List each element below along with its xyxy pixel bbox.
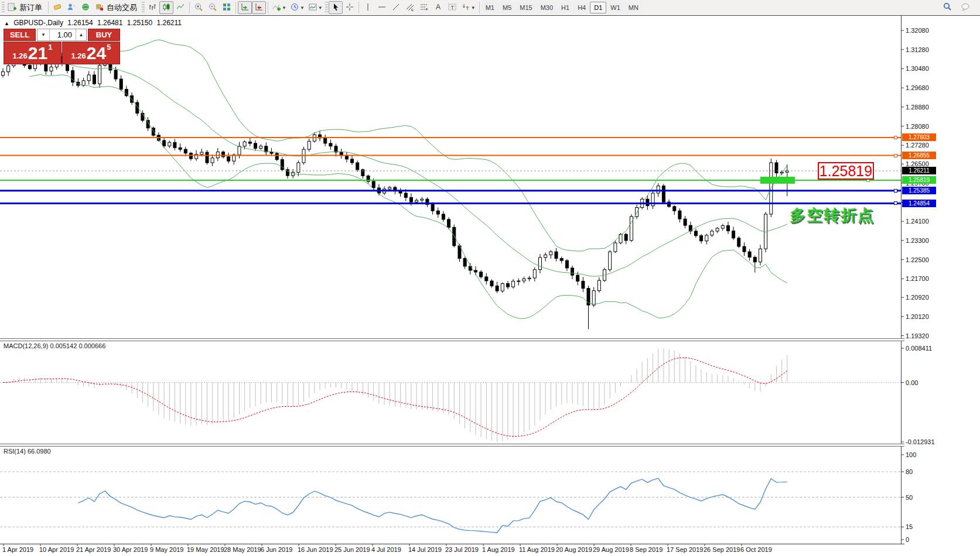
vertical-line-button[interactable]	[361, 1, 375, 14]
candlestick-chart-icon	[162, 2, 171, 13]
time-axis-label: 25 Jun 2019	[334, 546, 370, 553]
timeframe-button-h1[interactable]: H1	[557, 2, 573, 13]
new-order-button[interactable]: 新订单	[5, 1, 46, 14]
volume-value[interactable]: 1.00	[50, 29, 76, 40]
templates-icon	[308, 2, 317, 13]
signals-icon	[67, 2, 76, 13]
search-button[interactable]	[940, 1, 954, 14]
zoom-out-button[interactable]	[206, 1, 220, 14]
time-axis-line[interactable]	[0, 544, 904, 544]
timeframe-button-m1[interactable]: M1	[482, 2, 498, 13]
buy-price-big: 24	[87, 44, 106, 62]
horizontal-line-button[interactable]	[375, 1, 389, 14]
timeframe-button-w1[interactable]: W1	[606, 2, 624, 13]
chat-button[interactable]	[959, 1, 973, 14]
svg-text:F: F	[426, 8, 428, 11]
auto-scroll-button[interactable]	[238, 1, 252, 14]
price-level-text-object[interactable]: 1.25819	[818, 162, 874, 180]
time-axis-label: 11 Aug 2019	[519, 546, 555, 553]
line-endpoint-marker[interactable]	[894, 154, 897, 157]
sell-price-big: 21	[28, 44, 47, 62]
price-axis-label: 1.21700	[906, 275, 929, 282]
volume-decrease-button[interactable]: ▼	[37, 29, 50, 40]
collapse-icon[interactable]: ▲	[4, 20, 9, 26]
periods-button[interactable]: ▼	[288, 1, 306, 14]
chat-icon	[961, 2, 971, 13]
toolbar-separator	[189, 2, 190, 13]
sell-price-small: 1.26	[13, 50, 28, 62]
time-axis-label: 30 Apr 2019	[113, 546, 148, 553]
autotrading-button[interactable]: 自动交易	[93, 1, 141, 14]
volume-increase-button[interactable]: ▲	[76, 29, 86, 40]
pane-separator-rsi[interactable]	[0, 444, 904, 447]
time-axis-label: 1 Apr 2019	[2, 546, 33, 553]
profiles-button[interactable]	[50, 1, 64, 14]
time-axis-label: 16 Jun 2019	[298, 546, 333, 553]
line-endpoint-marker[interactable]	[894, 136, 897, 139]
sell-button[interactable]: SELL	[4, 29, 36, 41]
chart-shift-button[interactable]	[252, 1, 266, 14]
toolbar-drag-handle	[325, 2, 328, 13]
fibonacci-button[interactable]: F	[417, 1, 431, 14]
price-axis-label: 1.24100	[906, 218, 929, 225]
tile-windows-icon	[222, 2, 231, 13]
time-axis-label: 17 Sep 2019	[667, 546, 703, 553]
tile-windows-button[interactable]	[220, 1, 234, 14]
indicators-button[interactable]: ▼	[270, 1, 288, 14]
macd-axis-label: 0.008411	[906, 345, 932, 352]
signals-button[interactable]	[64, 1, 78, 14]
sell-price-panel[interactable]: 1.26 21 1	[4, 42, 62, 64]
svg-text:E: E	[411, 8, 414, 12]
timeframe-button-m15[interactable]: M15	[515, 2, 536, 13]
zoom-in-button[interactable]	[192, 1, 206, 14]
time-axis-label: 21 Apr 2019	[76, 546, 111, 553]
line-chart-button[interactable]	[173, 1, 187, 14]
svg-text:A: A	[436, 3, 441, 11]
cursor-button[interactable]	[329, 1, 343, 14]
chevron-down-icon: ▼	[300, 5, 305, 11]
macd-axis-label: -0.012931	[906, 438, 935, 445]
ohlc-high: 1.26481	[97, 19, 122, 27]
time-axis-label: 26 Sep 2019	[704, 546, 740, 553]
timeframe-button-d1[interactable]: D1	[590, 2, 606, 13]
ohlc-low: 1.25150	[127, 19, 152, 27]
market-button[interactable]	[78, 1, 93, 14]
text-label-button[interactable]: T	[445, 1, 459, 14]
price-axis-label: 1.28080	[906, 123, 929, 130]
timeframe-group: M1M5M15M30H1H4D1W1MN	[482, 2, 643, 13]
timeframe-button-m30[interactable]: M30	[537, 2, 557, 13]
turning-point-annotation[interactable]: 多空转折点	[790, 205, 875, 226]
arrows-button[interactable]: ▼	[459, 1, 477, 14]
bar-chart-button[interactable]	[145, 1, 159, 14]
timeframe-button-mn[interactable]: MN	[624, 2, 643, 13]
time-axis-label: 20 Aug 2019	[556, 546, 592, 553]
crosshair-button[interactable]	[343, 1, 357, 14]
time-axis-label: 10 Apr 2019	[39, 546, 74, 553]
equidistant-channel-icon: E	[405, 2, 415, 13]
timeframe-button-h4[interactable]: H4	[573, 2, 590, 13]
rsi-axis-label: 100	[906, 451, 916, 458]
candlestick-chart-button[interactable]	[159, 1, 173, 14]
arrows-icon	[461, 2, 470, 13]
buy-price-panel[interactable]: 1.26 24 5	[62, 42, 120, 64]
templates-button[interactable]: ▼	[306, 1, 325, 14]
chevron-down-icon: ▼	[318, 5, 323, 11]
toolbar-separator	[358, 2, 359, 13]
periods-icon	[290, 2, 299, 13]
price-axis-line[interactable]	[901, 16, 902, 544]
timeframe-button-m5[interactable]: M5	[498, 2, 515, 13]
market-icon	[81, 2, 90, 13]
chart-canvas[interactable]	[0, 0, 980, 556]
time-axis-label: 9 May 2019	[150, 546, 183, 553]
cursor-icon	[331, 2, 340, 13]
line-endpoint-marker[interactable]	[894, 201, 897, 205]
pane-separator-macd[interactable]	[0, 338, 904, 341]
buy-button[interactable]: BUY	[88, 29, 120, 41]
trendline-button[interactable]	[389, 1, 403, 14]
line-endpoint-marker[interactable]	[894, 189, 897, 193]
mt4-window: 新订单 自动交易 ▼ ▼ ▼ E F A T ▼	[0, 0, 980, 556]
svg-text:T: T	[450, 4, 454, 10]
equidistant-channel-button[interactable]: E	[403, 1, 417, 14]
line-chart-icon	[176, 2, 185, 13]
text-button[interactable]: A	[431, 1, 445, 14]
